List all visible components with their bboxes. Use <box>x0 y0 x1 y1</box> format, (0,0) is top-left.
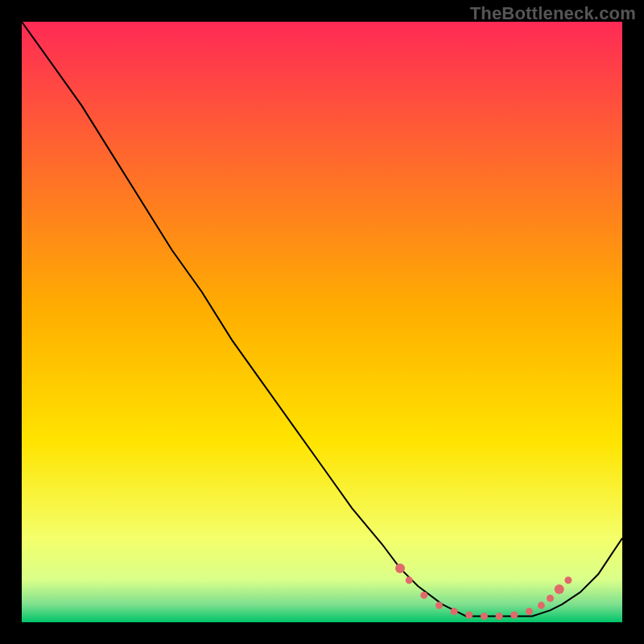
curve-marker <box>406 576 413 584</box>
curve-marker <box>538 602 545 609</box>
chart-stage: TheBottleneck.com <box>0 0 644 644</box>
curve-marker <box>395 564 405 573</box>
curve-marker <box>564 576 572 584</box>
curve-marker <box>481 613 488 620</box>
curve-marker <box>465 612 473 619</box>
curve-marker <box>436 602 443 609</box>
curve-marker <box>547 595 554 602</box>
curve-marker <box>510 612 518 619</box>
chart-svg <box>22 22 622 622</box>
curve-marker <box>555 584 564 594</box>
curve-marker <box>496 613 503 620</box>
gradient-background <box>22 22 622 622</box>
curve-marker <box>451 608 458 615</box>
curve-marker <box>420 592 427 599</box>
plot-area <box>22 22 622 622</box>
curve-marker <box>526 608 533 615</box>
